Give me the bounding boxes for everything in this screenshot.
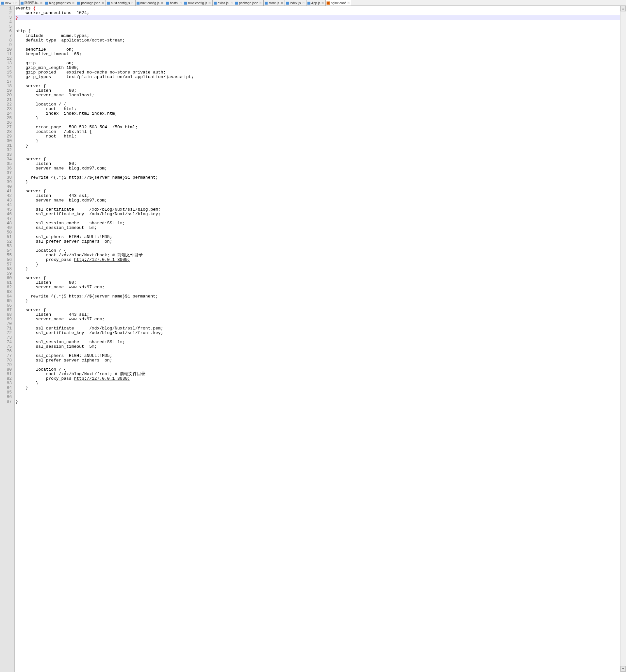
code-line[interactable]: location / { (15, 248, 620, 253)
code-line[interactable]: ssl_certificate_key /xdx/blog/Nuxt/ssl/f… (15, 331, 620, 335)
tab-2[interactable]: blog.properties (44, 0, 76, 5)
code-line[interactable]: events { (15, 6, 620, 11)
code-line[interactable] (15, 56, 620, 61)
tab-8[interactable]: axios.js (213, 0, 234, 5)
code-line[interactable] (15, 230, 620, 235)
code-line[interactable]: } (15, 381, 620, 386)
code-line[interactable]: listen 80; (15, 162, 620, 166)
tab-0[interactable]: new 1 (0, 0, 20, 5)
tab-10[interactable]: store.js (264, 0, 284, 5)
code-line[interactable]: } (15, 143, 620, 148)
scroll-track[interactable] (621, 11, 626, 666)
code-line[interactable]: } (15, 139, 620, 143)
code-line[interactable] (15, 363, 620, 367)
code-line[interactable]: listen 443 ssl; (15, 312, 620, 317)
code-line[interactable]: rewrite ^(.*)$ https://${server_name}$1 … (15, 175, 620, 180)
code-line[interactable] (15, 395, 620, 399)
code-line[interactable]: gzip on; (15, 61, 620, 66)
code-line[interactable]: server_name www.xdx97.com; (15, 317, 620, 321)
code-line[interactable]: } (15, 386, 620, 390)
close-icon[interactable] (259, 1, 262, 5)
code-line[interactable] (15, 349, 620, 354)
code-line[interactable]: server_name www.xdx97.com; (15, 285, 620, 290)
code-line[interactable]: ssl_session_cache shared:SSL:1m; (15, 221, 620, 225)
code-line[interactable]: } (15, 180, 620, 185)
close-icon[interactable] (40, 1, 43, 5)
code-line[interactable] (15, 244, 620, 248)
code-line[interactable]: server { (15, 276, 620, 281)
code-line[interactable]: rewrite ^(.*)$ https://${server_name}$1 … (15, 294, 620, 299)
code-line[interactable]: } (15, 267, 620, 271)
code-line[interactable]: gzip_min_length 1000; (15, 66, 620, 70)
code-line[interactable]: server_name localhost; (15, 93, 620, 98)
code-line[interactable]: } (15, 299, 620, 303)
code-line[interactable]: ssl_session_cache shared:SSL:1m; (15, 340, 620, 344)
code-line[interactable] (15, 203, 620, 207)
code-line[interactable]: ssl_prefer_server_ciphers on; (15, 358, 620, 363)
code-line[interactable]: ssl_ciphers HIGH:!aNULL:!MD5; (15, 235, 620, 239)
code-line[interactable]: include mime.types; (15, 33, 620, 38)
code-line[interactable]: server { (15, 308, 620, 312)
code-line[interactable]: keepalive_timeout 65; (15, 52, 620, 56)
close-icon[interactable] (15, 1, 18, 5)
close-icon[interactable] (72, 1, 75, 5)
close-icon[interactable] (302, 1, 305, 5)
tab-5[interactable]: nuxt.config.js (136, 0, 165, 5)
code-line[interactable] (15, 43, 620, 47)
code-line[interactable]: } (15, 116, 620, 120)
code-line[interactable] (15, 79, 620, 84)
code-line[interactable] (15, 171, 620, 175)
code-line[interactable]: sendfile on; (15, 47, 620, 52)
tab-12[interactable]: App.js (306, 0, 326, 5)
code-line[interactable]: server_name blog.xdx97.com; (15, 198, 620, 203)
code-line[interactable]: gzip_proxied expired no-cache no-store p… (15, 70, 620, 75)
code-line[interactable]: root html; (15, 107, 620, 111)
scroll-up-button[interactable]: ▲ (621, 6, 626, 11)
code-line[interactable] (15, 24, 620, 29)
code-line[interactable]: worker_connections 1024; (15, 11, 620, 15)
tab-1[interactable]: 随便用.txt (20, 0, 44, 5)
code-line[interactable]: root /xdx/blog/Nuxt/front; # 前端文件目录 (15, 372, 620, 377)
close-icon[interactable] (208, 1, 211, 5)
code-line[interactable] (15, 390, 620, 395)
scroll-down-button[interactable]: ▼ (621, 666, 626, 672)
code-line[interactable]: server { (15, 189, 620, 194)
code-line[interactable]: ssl_ciphers HIGH:!aNULL:!MD5; (15, 354, 620, 358)
code-line[interactable]: location / { (15, 367, 620, 372)
code-area[interactable]: events { worker_connections 1024;}http {… (15, 6, 620, 672)
code-line[interactable]: ssl_prefer_server_ciphers on; (15, 239, 620, 244)
code-line[interactable] (15, 216, 620, 221)
tab-6[interactable]: hosts (165, 0, 183, 5)
code-line[interactable]: proxy_pass http://127.0.0.1:3030; (15, 377, 620, 381)
code-line[interactable]: server { (15, 84, 620, 89)
code-line[interactable]: } (15, 399, 620, 404)
close-icon[interactable] (280, 1, 284, 5)
code-line[interactable] (15, 335, 620, 340)
tab-13[interactable]: nginx.conf (326, 0, 351, 5)
code-line[interactable]: } (15, 262, 620, 267)
tab-9[interactable]: package.json (234, 0, 264, 5)
close-icon[interactable] (321, 1, 324, 5)
code-line[interactable] (15, 290, 620, 294)
code-line[interactable]: listen 80; (15, 281, 620, 285)
code-line[interactable] (15, 303, 620, 308)
code-line[interactable]: server { (15, 157, 620, 162)
code-line[interactable] (15, 120, 620, 125)
code-line[interactable]: server_name blog.xdx97.com; (15, 166, 620, 171)
code-line[interactable]: listen 80; (15, 89, 620, 93)
code-line[interactable] (15, 185, 620, 189)
tab-11[interactable]: index.js (285, 0, 306, 5)
code-line[interactable]: listen 443 ssl; (15, 194, 620, 198)
close-icon[interactable] (131, 1, 134, 5)
code-line[interactable]: http { (15, 29, 620, 33)
code-line[interactable]: root html; (15, 134, 620, 139)
code-line[interactable]: ssl_certificate /xdx/blog/Nuxt/ssl/blog.… (15, 207, 620, 212)
code-line[interactable] (15, 98, 620, 102)
code-line[interactable]: ssl_certificate /xdx/blog/Nuxt/ssl/front… (15, 326, 620, 331)
tab-4[interactable]: nuxt.config.js (106, 0, 135, 5)
code-line[interactable]: gzip_types text/plain application/xml ap… (15, 75, 620, 79)
close-icon[interactable] (347, 1, 350, 5)
tab-3[interactable]: package.json (76, 0, 106, 5)
code-line[interactable]: ssl_certificate_key /xdx/blog/Nuxt/ssl/b… (15, 212, 620, 216)
close-icon[interactable] (179, 1, 182, 5)
